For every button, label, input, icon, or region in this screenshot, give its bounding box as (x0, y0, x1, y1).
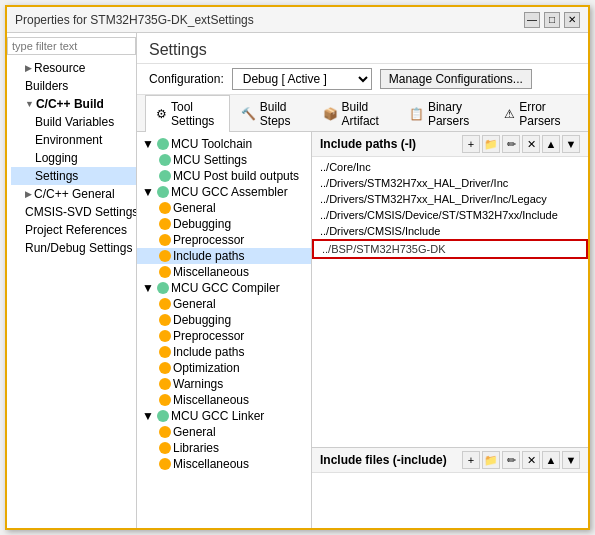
close-button[interactable]: ✕ (564, 12, 580, 28)
settings-title: Settings (137, 33, 588, 64)
tab-build-artifact[interactable]: 📦 Build Artifact (312, 95, 398, 132)
tab-binary-parsers[interactable]: 📋 Binary Parsers (398, 95, 493, 132)
sidebar-item-build-variables[interactable]: Build Variables (11, 113, 136, 131)
tree-item-label: Include paths (173, 249, 244, 263)
tree-item-mcu-toolchain[interactable]: ▼ MCU Toolchain (137, 136, 311, 152)
add-file-workspace-button[interactable]: 📁 (482, 451, 500, 469)
sidebar-item-run-debug[interactable]: Run/Debug Settings (11, 239, 136, 257)
config-select[interactable]: Debug [ Active ] (232, 68, 372, 90)
chevron-icon: ▶ (25, 189, 32, 199)
add-file-button[interactable]: + (462, 451, 480, 469)
sidebar-item-label: Build Variables (35, 115, 114, 129)
tool-settings-icon: ⚙ (156, 107, 167, 121)
gear-icon (159, 154, 171, 166)
remove-path-button[interactable]: ✕ (522, 135, 540, 153)
tree-item-linker-misc[interactable]: Miscellaneous (137, 456, 311, 472)
tree-item-gcc-warnings[interactable]: Warnings (137, 376, 311, 392)
orange-gear-icon (159, 234, 171, 246)
move-down-button[interactable]: ▼ (562, 135, 580, 153)
tree-item-mcu-settings[interactable]: MCU Settings (137, 152, 311, 168)
filter-input[interactable] (7, 37, 136, 55)
tree-item-asm-preprocessor[interactable]: Preprocessor (137, 232, 311, 248)
tree-item-asm-general[interactable]: General (137, 200, 311, 216)
include-paths-header: Include paths (-I) + 📁 ✏ ✕ ▲ ▼ (312, 132, 588, 157)
tree-panel: ▼ MCU Toolchain MCU Settings MCU Post bu… (137, 132, 312, 528)
tree-item-label: MCU GCC Assembler (171, 185, 288, 199)
add-path-button[interactable]: + (462, 135, 480, 153)
tree-item-label: Preprocessor (173, 233, 244, 247)
tree-item-mcu-post-build[interactable]: MCU Post build outputs (137, 168, 311, 184)
sidebar-item-resource[interactable]: ▶ Resource (11, 59, 136, 77)
sidebar-item-logging[interactable]: Logging (11, 149, 136, 167)
gear-icon (159, 170, 171, 182)
include-paths-title: Include paths (-I) (320, 137, 416, 151)
sidebar-item-cmsis-svd[interactable]: CMSIS-SVD Settings (11, 203, 136, 221)
path-item[interactable]: ../Drivers/CMSIS/Include (312, 223, 588, 239)
include-files-header: Include files (-include) + 📁 ✏ ✕ ▲ ▼ (312, 448, 588, 473)
orange-gear-icon (159, 330, 171, 342)
tree-item-label: MCU Settings (173, 153, 247, 167)
tree-item-gcc-general[interactable]: General (137, 296, 311, 312)
tree-item-gcc-preprocessor[interactable]: Preprocessor (137, 328, 311, 344)
add-workspace-button[interactable]: 📁 (482, 135, 500, 153)
minimize-button[interactable]: — (524, 12, 540, 28)
tree-item-linker-libraries[interactable]: Libraries (137, 440, 311, 456)
tree-item-label: Debugging (173, 217, 231, 231)
edit-path-button[interactable]: ✏ (502, 135, 520, 153)
tree-item-linker-general[interactable]: General (137, 424, 311, 440)
tree-item-gcc-optimization[interactable]: Optimization (137, 360, 311, 376)
sidebar-item-cpp-build[interactable]: ▼ C/C++ Build (11, 95, 136, 113)
orange-gear-icon (159, 394, 171, 406)
tree-item-asm-include-paths[interactable]: Include paths (137, 248, 311, 264)
orange-gear-icon (159, 442, 171, 454)
path-item[interactable]: ../Drivers/STM32H7xx_HAL_Driver/Inc (312, 175, 588, 191)
tree-item-label: Libraries (173, 441, 219, 455)
tree-item-mcu-gcc-linker[interactable]: ▼ MCU GCC Linker (137, 408, 311, 424)
tab-tool-settings[interactable]: ⚙ Tool Settings (145, 95, 230, 132)
build-artifact-icon: 📦 (323, 107, 338, 121)
tree-item-gcc-debugging[interactable]: Debugging (137, 312, 311, 328)
orange-gear-icon (159, 458, 171, 470)
tree-item-gcc-miscellaneous[interactable]: Miscellaneous (137, 392, 311, 408)
sidebar-item-builders[interactable]: Builders (11, 77, 136, 95)
sidebar-item-label: Logging (35, 151, 78, 165)
file-move-down-button[interactable]: ▼ (562, 451, 580, 469)
sidebar-item-label: Settings (35, 169, 78, 183)
move-up-button[interactable]: ▲ (542, 135, 560, 153)
tree-item-asm-debugging[interactable]: Debugging (137, 216, 311, 232)
tree-item-label: Miscellaneous (173, 457, 249, 471)
sidebar-item-settings[interactable]: Settings (11, 167, 136, 185)
config-label: Configuration: (149, 72, 224, 86)
include-paths-toolbar: + 📁 ✏ ✕ ▲ ▼ (462, 135, 580, 153)
tab-error-parsers[interactable]: ⚠ Error Parsers (493, 95, 580, 132)
include-files-title: Include files (-include) (320, 453, 447, 467)
maximize-button[interactable]: □ (544, 12, 560, 28)
tree-item-label: Include paths (173, 345, 244, 359)
tree-item-mcu-gcc-compiler[interactable]: ▼ MCU GCC Compiler (137, 280, 311, 296)
file-move-up-button[interactable]: ▲ (542, 451, 560, 469)
tab-build-steps[interactable]: 🔨 Build Steps (230, 95, 312, 132)
sidebar-section: ▶ Resource Builders ▼ C/C++ Build Build … (7, 59, 136, 257)
remove-file-button[interactable]: ✕ (522, 451, 540, 469)
tree-item-asm-miscellaneous[interactable]: Miscellaneous (137, 264, 311, 280)
tree-item-label: MCU Toolchain (171, 137, 252, 151)
manage-configurations-button[interactable]: Manage Configurations... (380, 69, 532, 89)
content-area: Include paths (-I) + 📁 ✏ ✕ ▲ ▼ .. (312, 132, 588, 528)
chevron-icon: ▶ (25, 63, 32, 73)
path-item[interactable]: ../Drivers/CMSIS/Device/ST/STM32H7xx/Inc… (312, 207, 588, 223)
sidebar-item-cpp-general[interactable]: ▶ C/C++ General (11, 185, 136, 203)
gear-icon (157, 138, 169, 150)
path-item[interactable]: ../Core/Inc (312, 159, 588, 175)
tab-label: Build Artifact (342, 100, 387, 128)
tree-item-label: Optimization (173, 361, 240, 375)
tree-item-mcu-gcc-asm[interactable]: ▼ MCU GCC Assembler (137, 184, 311, 200)
tree-item-label: Miscellaneous (173, 393, 249, 407)
edit-file-button[interactable]: ✏ (502, 451, 520, 469)
path-item[interactable]: ../Drivers/STM32H7xx_HAL_Driver/Inc/Lega… (312, 191, 588, 207)
window-controls: — □ ✕ (524, 12, 580, 28)
sidebar-item-environment[interactable]: Environment (11, 131, 136, 149)
path-item-selected[interactable]: ../BSP/STM32H735G-DK (312, 239, 588, 259)
orange-gear-icon (159, 266, 171, 278)
sidebar-item-project-refs[interactable]: Project References (11, 221, 136, 239)
tree-item-gcc-include-paths[interactable]: Include paths (137, 344, 311, 360)
